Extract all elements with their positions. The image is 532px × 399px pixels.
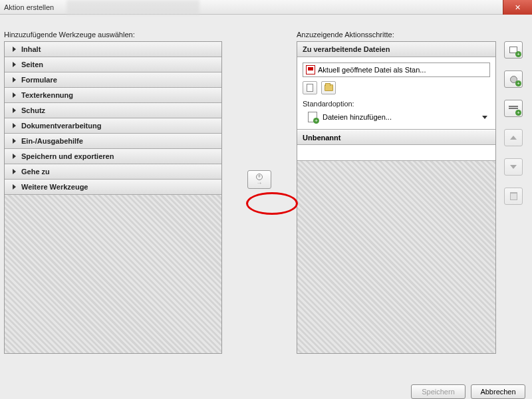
title-bar: Aktion erstellen ✕ (0, 0, 532, 15)
add-files-dropdown[interactable]: Dateien hinzufügen... (303, 110, 490, 124)
chevron-down-icon (482, 116, 487, 119)
left-section-label: Hinzuzufügende Werkzeuge auswählen: (4, 31, 222, 39)
category-label: Schutz (21, 106, 45, 114)
plus-badge-icon: + (515, 110, 521, 116)
category-texterkennung[interactable]: Texterkennung (5, 88, 221, 103)
chevron-right-icon (13, 184, 16, 190)
right-section-label: Anzuzeigende Aktionsschritte: (297, 31, 496, 39)
close-icon: ✕ (515, 3, 521, 12)
pdf-icon (306, 65, 315, 74)
close-button[interactable]: ✕ (503, 0, 532, 15)
chevron-right-icon (13, 47, 16, 52)
category-label: Gehe zu (21, 168, 50, 176)
plus-badge-icon: + (515, 51, 521, 57)
category-label: Speichern und exportieren (21, 152, 114, 160)
plus-badge-icon: + (515, 80, 521, 86)
move-up-button[interactable] (504, 129, 523, 146)
new-file-button[interactable] (303, 81, 317, 94)
chevron-right-icon (13, 92, 16, 98)
category-seiten[interactable]: Seiten (5, 57, 221, 72)
category-formulare[interactable]: Formulare (5, 72, 221, 88)
category-dokumentverarbeitung[interactable]: Dokumentverarbeitung (5, 118, 221, 134)
category-inhalt[interactable]: Inhalt (5, 42, 221, 57)
add-step-button[interactable]: + → (247, 170, 271, 189)
window-title: Aktion erstellen (4, 3, 54, 11)
cancel-button[interactable]: Abbrechen (471, 384, 525, 399)
arrow-right-icon: → (257, 180, 263, 186)
chevron-right-icon (13, 108, 16, 113)
steps-panel: Zu verarbeitende Dateien Aktuell geöffne… (297, 41, 496, 354)
save-label: Speichern (422, 388, 455, 396)
files-body: Aktuell geöffnete Datei als Stan... Stan… (297, 57, 495, 130)
files-to-process-header: Zu verarbeitende Dateien (297, 42, 495, 57)
empty-hatch-right (297, 161, 495, 353)
add-instruction-button[interactable]: + (504, 70, 523, 88)
chevron-right-icon (13, 154, 16, 159)
category-label: Weitere Werkzeuge (21, 183, 88, 191)
save-button[interactable]: Speichern (411, 384, 466, 399)
add-divider-button[interactable]: + (504, 100, 523, 117)
divider-icon (509, 108, 518, 109)
current-file-field[interactable]: Aktuell geöffnete Datei als Stan... (303, 63, 490, 77)
category-label: Seiten (21, 61, 43, 68)
category-label: Dokumentverarbeitung (21, 122, 101, 130)
current-file-text: Aktuell geöffnete Datei als Stan... (318, 66, 426, 74)
category-schutz[interactable]: Schutz (5, 103, 221, 118)
chevron-right-icon (13, 77, 16, 82)
file-add-icon (308, 112, 317, 122)
trash-icon (510, 192, 517, 200)
open-folder-button[interactable] (321, 81, 336, 94)
folder-icon (325, 84, 333, 91)
category-label: Inhalt (21, 45, 41, 53)
triangle-up-icon (510, 136, 517, 140)
triangle-down-icon (510, 165, 517, 169)
document-icon (307, 84, 313, 92)
category-weitere-werkzeuge[interactable]: Weitere Werkzeuge (5, 180, 221, 195)
add-files-label: Dateien hinzufügen... (323, 113, 392, 121)
category-gehe-zu[interactable]: Gehe zu (5, 164, 221, 180)
standard-option-label: Standardoption: (303, 100, 490, 108)
unnamed-step-row[interactable] (297, 145, 495, 161)
category-label: Texterkennung (21, 91, 73, 99)
category-speichern-exportieren[interactable]: Speichern und exportieren (5, 149, 221, 164)
category-label: Ein-/Ausgabehilfe (21, 137, 83, 145)
move-down-button[interactable] (504, 158, 523, 176)
tools-panel: Inhalt Seiten Formulare Texterkennung Sc… (4, 41, 222, 354)
chevron-right-icon (13, 169, 16, 174)
title-blur (66, 0, 200, 15)
category-label: Formulare (21, 76, 57, 84)
add-panel-button[interactable]: + (504, 41, 523, 59)
unnamed-step-header: Unbenannt (297, 130, 495, 145)
empty-hatch (5, 195, 221, 353)
chevron-right-icon (13, 138, 16, 144)
chevron-right-icon (13, 62, 16, 67)
delete-step-button[interactable] (504, 188, 523, 205)
cancel-label: Abbrechen (480, 388, 515, 396)
category-ein-ausgabehilfe[interactable]: Ein-/Ausgabehilfe (5, 134, 221, 149)
chevron-right-icon (13, 123, 16, 128)
